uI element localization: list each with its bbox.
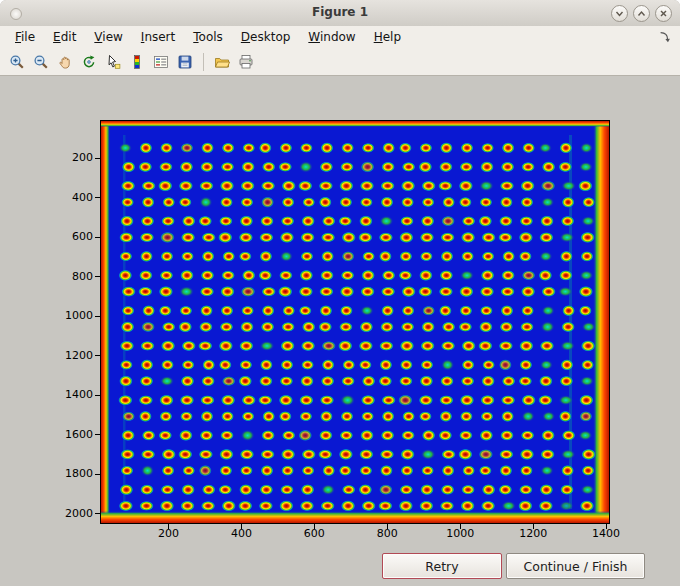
zoom-in-icon bbox=[9, 54, 25, 70]
minimize-button[interactable] bbox=[611, 5, 628, 22]
rotate-3d-button[interactable] bbox=[78, 51, 100, 73]
y-tick-label: 1600 bbox=[49, 428, 93, 441]
x-tick-label: 200 bbox=[148, 527, 188, 540]
continue-button[interactable]: Continue / Finish bbox=[506, 553, 645, 579]
menu-help[interactable]: Help bbox=[365, 28, 410, 46]
legend-button[interactable] bbox=[150, 51, 172, 73]
rotate-3d-icon bbox=[81, 54, 97, 70]
x-tick-label: 800 bbox=[367, 527, 407, 540]
window-title: Figure 1 bbox=[0, 5, 680, 19]
menu-window[interactable]: Window bbox=[299, 28, 364, 46]
y-tick-label: 1800 bbox=[49, 467, 93, 480]
zoom-out-icon bbox=[33, 54, 49, 70]
dock-figure-icon[interactable] bbox=[658, 30, 672, 44]
open-folder-icon bbox=[214, 54, 230, 70]
menu-items: FileEditViewInsertToolsDesktopWindowHelp bbox=[6, 28, 410, 46]
menu-desktop[interactable]: Desktop bbox=[232, 28, 300, 46]
figure-canvas: 2004006008001000120014001600180020002004… bbox=[0, 76, 680, 586]
zoom-out-button[interactable] bbox=[30, 51, 52, 73]
y-tick-mark bbox=[95, 158, 100, 159]
y-tick-mark bbox=[95, 513, 100, 514]
zoom-in-button[interactable] bbox=[6, 51, 28, 73]
y-tick-label: 1400 bbox=[49, 388, 93, 401]
pan-hand-icon bbox=[57, 54, 73, 70]
print-button[interactable] bbox=[235, 51, 257, 73]
plot-image[interactable] bbox=[101, 121, 609, 523]
pan-button[interactable] bbox=[54, 51, 76, 73]
retry-button[interactable]: Retry bbox=[382, 553, 502, 579]
chevron-down-icon bbox=[614, 8, 625, 19]
y-tick-label: 1200 bbox=[49, 349, 93, 362]
x-tick-label: 1400 bbox=[586, 527, 626, 540]
open-button[interactable] bbox=[211, 51, 233, 73]
y-tick-mark bbox=[95, 355, 100, 356]
y-tick-mark bbox=[95, 434, 100, 435]
menu-edit[interactable]: Edit bbox=[44, 28, 85, 46]
window-controls bbox=[611, 5, 672, 22]
y-tick-mark bbox=[95, 395, 100, 396]
legend-icon bbox=[153, 54, 169, 70]
y-tick-label: 1000 bbox=[49, 309, 93, 322]
close-button[interactable] bbox=[655, 5, 672, 22]
close-icon bbox=[658, 8, 669, 19]
menu-file[interactable]: File bbox=[6, 28, 44, 46]
y-tick-label: 400 bbox=[49, 191, 93, 204]
data-cursor-button[interactable] bbox=[102, 51, 124, 73]
x-tick-label: 400 bbox=[221, 527, 261, 540]
y-tick-label: 600 bbox=[49, 230, 93, 243]
y-tick-label: 200 bbox=[49, 151, 93, 164]
x-tick-label: 1000 bbox=[440, 527, 480, 540]
save-icon bbox=[177, 54, 193, 70]
menu-tools[interactable]: Tools bbox=[184, 28, 232, 46]
y-tick-mark bbox=[95, 237, 100, 238]
x-tick-label: 600 bbox=[294, 527, 334, 540]
y-tick-label: 2000 bbox=[49, 507, 93, 520]
maximize-button[interactable] bbox=[633, 5, 650, 22]
y-tick-mark bbox=[95, 474, 100, 475]
y-tick-mark bbox=[95, 316, 100, 317]
y-tick-mark bbox=[95, 197, 100, 198]
chevron-up-icon bbox=[636, 8, 647, 19]
axes: 2004006008001000120014001600180020002004… bbox=[100, 120, 610, 524]
menubar: FileEditViewInsertToolsDesktopWindowHelp bbox=[0, 26, 680, 48]
colorbar-icon bbox=[129, 54, 145, 70]
toolbar-separator bbox=[203, 53, 204, 71]
x-tick-label: 1200 bbox=[513, 527, 553, 540]
save-button[interactable] bbox=[174, 51, 196, 73]
menu-insert[interactable]: Insert bbox=[132, 28, 184, 46]
titlebar: Figure 1 bbox=[0, 0, 680, 27]
y-tick-mark bbox=[95, 276, 100, 277]
data-cursor-icon bbox=[105, 54, 121, 70]
colorbar-button[interactable] bbox=[126, 51, 148, 73]
print-icon bbox=[238, 54, 254, 70]
figure-window: Figure 1 FileEditViewInsertToolsDesktopW… bbox=[0, 0, 680, 586]
y-tick-label: 800 bbox=[49, 270, 93, 283]
figure-toolbar bbox=[0, 48, 680, 76]
menu-view[interactable]: View bbox=[85, 28, 131, 46]
